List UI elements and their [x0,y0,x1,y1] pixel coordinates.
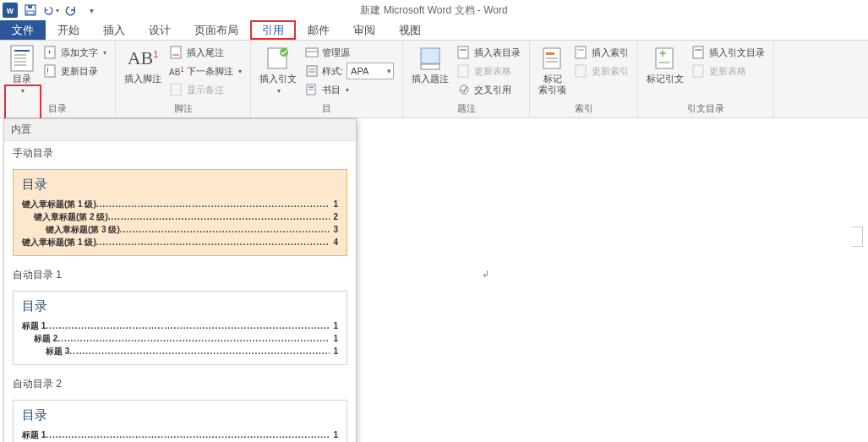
insert-toa-button[interactable]: 插入引文目录 [689,43,768,62]
svg-rect-44 [693,65,703,77]
gallery-auto2-title: 自动目录 2 [4,372,356,396]
citation-style-combo[interactable]: APA [347,63,394,79]
toc-preview-row: 键入章标题(第 1 级)............................… [22,198,338,210]
svg-rect-33 [546,52,554,55]
insert-table-of-figures-button[interactable]: 插入表目录 [454,43,524,62]
endnote-icon [170,46,183,59]
update-tof-icon [457,64,471,78]
svg-rect-26 [421,48,439,63]
toc-preview-row: 键入章标题(第 1 级)............................… [22,236,338,248]
toc-preview-row: 标题 3....................................… [22,345,338,357]
mark-index-icon [539,45,566,72]
cross-reference-button[interactable]: 交叉引用 [454,80,524,99]
group-toc: 目录▾ + 添加文字▾ ! 更新目录 目录 [0,41,116,117]
insert-index-button[interactable]: 插入索引 [571,43,632,62]
group-citations: 插入引文▾ 管理源 样式: APA 书目▾ 目 [251,41,403,117]
svg-rect-13 [171,46,181,58]
tab-references[interactable]: 引用 [250,20,296,40]
add-text-icon: + [44,46,57,59]
save-icon[interactable] [22,2,39,19]
citation-icon [265,45,292,72]
toc-preview-row: 键入章标题(第 3 级)............................… [22,223,338,236]
group-citations-label: 目 [256,102,397,117]
toc-preview-row: 键入章标题(第 2 级)............................… [22,210,338,223]
manage-sources-button[interactable]: 管理源 [302,43,397,62]
svg-rect-15 [171,84,181,95]
quick-access-toolbar: w ▾ ▾ [0,2,100,19]
ruler-mark [851,226,863,247]
preview-heading: 目录 [22,177,338,193]
group-index: 标记 索引项 插入索引 更新索引 索引 [530,41,638,117]
svg-rect-18 [306,48,318,57]
toc-preview-row: 标题 1....................................… [22,428,338,441]
qat-customize-icon[interactable]: ▾ [83,2,100,19]
svg-rect-1 [28,5,32,8]
cross-ref-icon [457,83,471,96]
group-toa-label: 引文目录 [643,102,768,117]
group-index-label: 索引 [535,102,632,117]
gallery-manual-title: 手动目录 [4,141,356,166]
undo-icon[interactable]: ▾ [42,2,59,19]
bibliography-icon [305,83,319,96]
update-index-icon [575,64,588,78]
tab-home[interactable]: 开始 [46,20,91,40]
svg-text:+: + [659,46,666,60]
manage-sources-icon [305,46,319,59]
gallery-manual-item[interactable]: 目录 键入章标题(第 1 级).........................… [13,169,347,256]
citation-style-row: 样式: APA [302,62,397,80]
window-title: 新建 Microsoft Word 文档 - Word [360,3,507,18]
update-tof-button: 更新表格 [454,62,524,80]
insert-caption-button[interactable]: 插入题注 [408,43,452,86]
gallery-auto1-title: 自动目录 1 [4,263,356,287]
title-bar: w ▾ ▾ 新建 Microsoft Word 文档 - Word [0,0,868,20]
insert-footnote-button[interactable]: AB1 插入脚注 [121,43,165,86]
tab-view[interactable]: 视图 [387,20,433,40]
gallery-auto1-item[interactable]: 目录 标题 1.................................… [13,291,347,365]
tab-mail[interactable]: 邮件 [296,20,341,40]
svg-rect-2 [27,11,34,14]
update-toa-button: 更新表格 [689,62,768,80]
preview-heading: 目录 [22,407,338,423]
update-index-button: 更新索引 [571,62,632,80]
next-footnote-icon: AB1 [170,64,183,78]
update-toa-icon [692,64,706,78]
svg-text:+: + [47,48,52,57]
cursor-mark-icon: ↲ [482,269,489,280]
show-notes-icon [170,83,183,96]
toc-button[interactable]: 目录▾ [5,43,39,97]
tab-design[interactable]: 设计 [137,20,183,40]
redo-icon[interactable] [63,2,79,19]
tab-review[interactable]: 审阅 [341,20,387,40]
preview-heading: 目录 [22,298,338,314]
add-text-button[interactable]: + 添加文字▾ [41,43,110,62]
mark-index-entry-button[interactable]: 标记 索引项 [535,43,570,97]
group-captions-label: 题注 [408,102,524,117]
tab-file[interactable]: 文件 [0,20,46,40]
svg-rect-38 [576,65,586,77]
word-logo-icon: w [2,2,19,19]
insert-citation-button[interactable]: 插入引文▾ [256,43,300,97]
insert-endnote-button[interactable]: 插入尾注 [167,43,245,62]
group-toc-label: 目录 [5,102,110,117]
insert-index-icon [575,46,588,59]
ribbon: 目录▾ + 添加文字▾ ! 更新目录 目录 AB1 插入脚注 [0,41,868,118]
gallery-auto2-item[interactable]: 目录 标题 1.................................… [13,400,347,442]
svg-rect-28 [458,46,468,58]
tab-layout[interactable]: 页面布局 [183,20,250,40]
toc-label: 目录 [13,74,31,84]
tof-icon [457,46,471,59]
toc-gallery-dropdown: 内置 手动目录 目录 键入章标题(第 1 级).................… [3,118,357,442]
svg-rect-30 [458,65,468,77]
caption-icon [417,45,444,72]
svg-rect-20 [307,66,317,76]
mark-citation-icon: + [652,45,679,72]
style-icon [305,64,319,78]
mark-citation-button[interactable]: + 标记引文 [643,43,687,86]
next-footnote-button[interactable]: AB1 下一条脚注▾ [167,62,245,80]
tab-insert[interactable]: 插入 [91,20,137,40]
bibliography-button[interactable]: 书目▾ [302,80,397,99]
toc-icon [8,45,35,72]
group-captions: 插入题注 插入表目录 更新表格 交叉引用 题注 [403,41,530,117]
update-toc-button[interactable]: ! 更新目录 [41,62,110,80]
document-canvas[interactable]: ↲ [363,121,868,442]
